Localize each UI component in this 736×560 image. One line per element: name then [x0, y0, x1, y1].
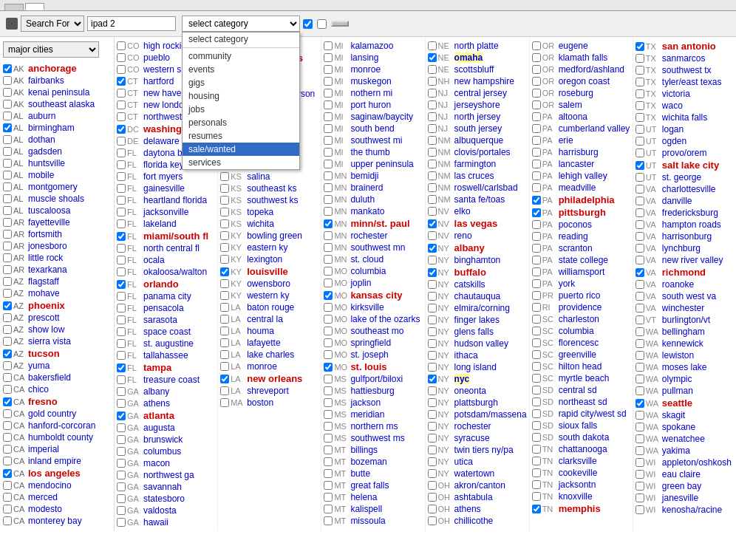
col-city-link[interactable]: buffalo: [454, 267, 486, 278]
col-city-link[interactable]: pittsburgh: [559, 207, 606, 218]
col-city-checkbox[interactable]: [220, 303, 229, 312]
col-city-checkbox[interactable]: [324, 516, 333, 525]
col-city-checkbox[interactable]: [428, 505, 437, 513]
sidebar-city-checkbox[interactable]: [3, 385, 12, 394]
sidebar-city-checkbox[interactable]: [3, 64, 12, 73]
col-city-checkbox[interactable]: [220, 375, 229, 383]
col-city-link[interactable]: monroe: [350, 64, 381, 75]
col-city-checkbox[interactable]: [117, 148, 126, 157]
sidebar-city-link[interactable]: merced: [28, 492, 58, 502]
col-city-checkbox[interactable]: [428, 375, 437, 383]
sidebar-city-link[interactable]: birmingham: [28, 123, 75, 133]
col-city-checkbox[interactable]: [117, 100, 126, 109]
sidebar-city-link[interactable]: inland empire: [28, 456, 81, 466]
col-city-checkbox[interactable]: [532, 196, 541, 205]
sidebar-city-link[interactable]: montgomery: [28, 182, 78, 192]
col-city-checkbox[interactable]: [428, 398, 437, 407]
col-city-checkbox[interactable]: [117, 244, 126, 253]
col-city-checkbox[interactable]: [117, 447, 126, 456]
sidebar-city-checkbox[interactable]: [3, 147, 12, 156]
sidebar-city-checkbox[interactable]: [3, 230, 12, 239]
col-city-checkbox[interactable]: [636, 148, 644, 157]
sidebar-city-link[interactable]: gadsden: [28, 146, 62, 157]
sidebar-city-checkbox[interactable]: [3, 159, 12, 168]
col-city-checkbox[interactable]: [636, 185, 644, 194]
sidebar-city-checkbox[interactable]: [3, 171, 12, 180]
col-city-checkbox[interactable]: [117, 65, 126, 74]
col-city-link[interactable]: lafayette: [247, 338, 280, 348]
sidebar-city-link[interactable]: bakersfield: [28, 372, 71, 383]
search-for-select[interactable]: Search For: [21, 16, 84, 32]
col-city-link[interactable]: ocala: [143, 255, 165, 265]
col-city-checkbox[interactable]: [117, 304, 126, 313]
col-city-link[interactable]: las vegas: [454, 218, 498, 229]
col-city-link[interactable]: new river valley: [662, 255, 723, 265]
col-city-link[interactable]: farmington: [454, 159, 497, 169]
col-city-checkbox[interactable]: [324, 422, 333, 431]
col-city-checkbox[interactable]: [636, 505, 644, 514]
col-city-checkbox[interactable]: [428, 410, 437, 419]
col-city-link[interactable]: salt lake city: [662, 160, 719, 171]
sidebar-city-checkbox[interactable]: [3, 112, 12, 120]
col-city-checkbox[interactable]: [324, 291, 333, 300]
col-city-checkbox[interactable]: [532, 350, 541, 359]
col-city-link[interactable]: south jersey: [454, 123, 502, 134]
sidebar-city-link[interactable]: monterey bay: [28, 516, 82, 526]
col-city-link[interactable]: delaware: [143, 136, 180, 146]
col-city-link[interactable]: lake of the ozarks: [350, 314, 420, 324]
col-city-link[interactable]: treasure coast: [143, 375, 200, 385]
col-city-checkbox[interactable]: [117, 125, 126, 134]
col-city-checkbox[interactable]: [636, 327, 644, 336]
col-city-checkbox[interactable]: [636, 256, 644, 264]
col-city-link[interactable]: louisville: [247, 266, 288, 277]
col-city-checkbox[interactable]: [532, 397, 541, 406]
col-city-checkbox[interactable]: [117, 172, 126, 181]
col-city-link[interactable]: sarasota: [143, 315, 177, 325]
col-city-link[interactable]: sioux falls: [559, 420, 598, 431]
col-city-link[interactable]: skagit: [662, 410, 685, 420]
col-city-link[interactable]: albany: [454, 242, 485, 253]
col-city-link[interactable]: st. george: [662, 172, 701, 182]
col-city-checkbox[interactable]: [428, 422, 437, 431]
dd-select-category[interactable]: select category: [183, 33, 299, 46]
col-city-link[interactable]: central sd: [559, 385, 597, 395]
sidebar-city-link[interactable]: huntsville: [28, 158, 65, 168]
col-city-link[interactable]: western ky: [247, 290, 289, 301]
col-city-checkbox[interactable]: [428, 469, 437, 478]
col-city-link[interactable]: north jersey: [454, 112, 501, 122]
sidebar-city-checkbox[interactable]: [3, 457, 12, 465]
col-city-checkbox[interactable]: [636, 423, 644, 431]
col-city-link[interactable]: charleston: [559, 314, 599, 324]
col-city-link[interactable]: tyler/east texas: [662, 77, 722, 87]
sidebar-city-checkbox[interactable]: [3, 481, 12, 490]
col-city-link[interactable]: fredericksburg: [662, 208, 718, 218]
col-city-link[interactable]: finger lakes: [454, 315, 500, 325]
col-city-link[interactable]: cookeville: [559, 468, 598, 478]
col-city-checkbox[interactable]: [117, 471, 126, 479]
col-city-checkbox[interactable]: [428, 148, 437, 157]
col-city-link[interactable]: kansas city: [350, 290, 402, 301]
col-city-link[interactable]: mankato: [350, 206, 384, 216]
col-city-link[interactable]: helena: [350, 492, 377, 502]
sidebar-city-link[interactable]: chico: [28, 384, 49, 395]
col-city-link[interactable]: wenatchee: [662, 434, 705, 444]
col-city-checkbox[interactable]: [636, 470, 644, 479]
col-city-link[interactable]: eastern ky: [247, 242, 287, 253]
sidebar-city-checkbox[interactable]: [3, 218, 12, 227]
sidebar-city-link[interactable]: tucson: [28, 348, 60, 359]
sidebar-city-link[interactable]: fortsmith: [28, 229, 62, 239]
sidebar-filter-select[interactable]: major cities all cities: [3, 41, 99, 58]
col-city-checkbox[interactable]: [532, 65, 541, 74]
col-city-link[interactable]: atlanta: [143, 410, 174, 421]
col-city-link[interactable]: akron/canton: [454, 480, 505, 491]
col-city-checkbox[interactable]: [117, 89, 126, 98]
col-city-checkbox[interactable]: [117, 232, 126, 241]
sidebar-city-checkbox[interactable]: [3, 289, 12, 298]
col-city-link[interactable]: long island: [454, 362, 497, 372]
col-city-checkbox[interactable]: [428, 136, 437, 145]
col-city-checkbox[interactable]: [117, 184, 126, 193]
col-city-link[interactable]: ashtabula: [454, 492, 493, 502]
sidebar-city-link[interactable]: sierra vista: [28, 336, 71, 346]
sidebar-city-checkbox[interactable]: [3, 433, 12, 442]
col-city-link[interactable]: lake charles: [247, 349, 294, 360]
